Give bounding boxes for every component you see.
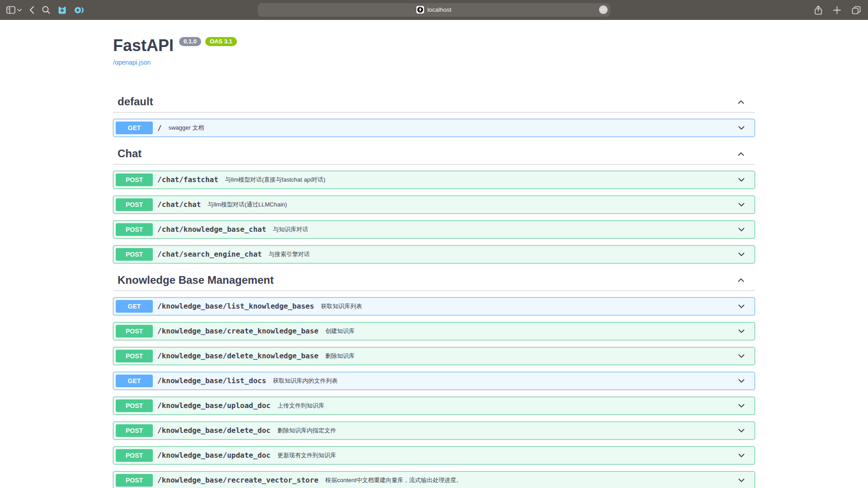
chevron-down-icon xyxy=(17,9,22,12)
collapse-section-button[interactable] xyxy=(736,275,746,285)
lightning-bolt-icon xyxy=(418,7,422,12)
endpoint-row[interactable]: GET /knowledge_base/list_knowledge_bases… xyxy=(113,297,755,315)
api-tag-section: Chat POST /chat/fastchat 与llm模型对话(直接与fas… xyxy=(113,144,755,263)
search-icon xyxy=(42,6,50,14)
endpoint-summary[interactable]: GET /knowledge_base/list_docs 获取知识库内的文件列… xyxy=(113,372,755,389)
endpoint-summary[interactable]: POST /knowledge_base/upload_doc 上传文件到知识库 xyxy=(113,397,755,414)
endpoint-summary[interactable]: POST /knowledge_base/update_doc 更新现有文件到知… xyxy=(113,447,755,464)
toolbar-left-group xyxy=(6,0,84,20)
endpoint-summary[interactable]: POST /knowledge_base/create_knowledge_ba… xyxy=(113,323,755,340)
endpoint-summary[interactable]: POST /chat/fastchat 与llm模型对话(直接与fastchat… xyxy=(113,171,755,188)
endpoint-path: /knowledge_base/update_doc xyxy=(157,451,270,460)
expand-endpoint-button[interactable] xyxy=(736,326,746,336)
expand-endpoint-button[interactable] xyxy=(736,376,746,386)
chevron-up-icon xyxy=(736,275,746,285)
search-button[interactable] xyxy=(42,6,50,14)
expand-endpoint-button[interactable] xyxy=(736,200,746,210)
endpoint-path: /knowledge_base/recreate_vector_store xyxy=(157,476,318,484)
endpoint-description: 与知识库对话 xyxy=(273,225,308,234)
endpoint-row[interactable]: POST /knowledge_base/upload_doc 上传文件到知识库 xyxy=(113,397,755,415)
endpoint-summary[interactable]: GET / swagger 文档 xyxy=(113,119,755,136)
chevron-down-icon xyxy=(736,475,746,485)
collapse-section-button[interactable] xyxy=(736,149,746,159)
collapse-section-button[interactable] xyxy=(736,97,746,107)
endpoint-description: 更新现有文件到知识库 xyxy=(277,451,336,460)
endpoint-summary[interactable]: POST /chat/search_engine_chat 与搜索引擎对话 xyxy=(113,246,755,263)
url-text: localhost xyxy=(427,6,451,13)
endpoint-row[interactable]: POST /knowledge_base/delete_knowledge_ba… xyxy=(113,347,755,365)
section-header[interactable]: Chat xyxy=(113,144,755,164)
endpoint-description: 删除知识库 xyxy=(325,352,354,360)
method-badge: POST xyxy=(116,399,153,412)
chevron-down-icon xyxy=(736,249,746,259)
endpoint-path: /knowledge_base/create_knowledge_base xyxy=(157,327,318,335)
share-button[interactable] xyxy=(814,5,822,15)
endpoint-row[interactable]: POST /knowledge_base/delete_doc 删除知识库内指定… xyxy=(113,422,755,440)
endpoint-row[interactable]: POST /knowledge_base/create_knowledge_ba… xyxy=(113,322,755,340)
expand-endpoint-button[interactable] xyxy=(736,401,746,411)
endpoint-row[interactable]: POST /chat/chat 与llm模型对话(通过LLMChain) xyxy=(113,196,755,214)
expand-endpoint-button[interactable] xyxy=(736,175,746,185)
method-badge: POST xyxy=(116,248,153,261)
endpoint-row[interactable]: POST /chat/knowledge_base_chat 与知识库对话 xyxy=(113,221,755,239)
chevron-down-icon xyxy=(736,301,746,311)
endpoint-summary[interactable]: POST /knowledge_base/recreate_vector_sto… xyxy=(113,472,755,488)
endpoint-description: swagger 文档 xyxy=(169,124,204,132)
section-header[interactable]: default xyxy=(113,92,755,113)
plus-icon xyxy=(833,6,841,14)
chevron-down-icon xyxy=(736,351,746,361)
section-operations: GET / swagger 文档 xyxy=(113,119,755,137)
expand-endpoint-button[interactable] xyxy=(736,123,746,133)
openapi-spec-link[interactable]: /openapi.json xyxy=(113,59,151,66)
extension-focus-button[interactable] xyxy=(74,6,84,14)
endpoint-summary[interactable]: GET /knowledge_base/list_knowledge_bases… xyxy=(113,298,755,315)
tab-overview-button[interactable] xyxy=(852,6,861,14)
expand-endpoint-button[interactable] xyxy=(736,475,746,485)
chevron-up-icon xyxy=(736,149,746,159)
method-badge: GET xyxy=(116,122,153,134)
method-badge: POST xyxy=(116,424,153,437)
expand-endpoint-button[interactable] xyxy=(736,450,746,460)
expand-endpoint-button[interactable] xyxy=(736,225,746,235)
page-settings-button[interactable] xyxy=(599,5,608,14)
oas-badge: OAS 3.1 xyxy=(205,37,237,46)
expand-endpoint-button[interactable] xyxy=(736,301,746,311)
endpoint-path: /knowledge_base/list_knowledge_bases xyxy=(157,302,314,310)
endpoint-row[interactable]: POST /chat/search_engine_chat 与搜索引擎对话 xyxy=(113,245,755,263)
endpoint-row[interactable]: POST /knowledge_base/recreate_vector_sto… xyxy=(113,471,755,488)
badge-group: 0.1.0 OAS 3.1 xyxy=(179,37,237,46)
chevron-down-icon xyxy=(736,175,746,185)
endpoint-description: 与llm模型对话(通过LLMChain) xyxy=(208,201,287,209)
api-info: FastAPI 0.1.0 OAS 3.1 /openapi.json xyxy=(113,20,755,66)
endpoint-summary[interactable]: POST /knowledge_base/delete_knowledge_ba… xyxy=(113,347,755,365)
tab-overview-icon xyxy=(852,6,861,14)
section-header[interactable]: Knowledge Base Management xyxy=(113,270,755,291)
endpoint-path: /chat/knowledge_base_chat xyxy=(157,225,266,234)
endpoint-row[interactable]: POST /knowledge_base/update_doc 更新现有文件到知… xyxy=(113,446,755,465)
endpoint-description: 与搜索引擎对话 xyxy=(269,250,310,258)
ellipsis-icon xyxy=(601,9,602,10)
extension-badge-button[interactable] xyxy=(58,6,66,14)
endpoint-summary[interactable]: POST /knowledge_base/delete_doc 删除知识库内指定… xyxy=(113,422,755,439)
endpoint-description: 获取知识库内的文件列表 xyxy=(273,377,338,385)
endpoint-summary[interactable]: POST /chat/knowledge_base_chat 与知识库对话 xyxy=(113,221,755,238)
new-tab-button[interactable] xyxy=(833,6,841,14)
expand-endpoint-button[interactable] xyxy=(736,249,746,259)
address-bar[interactable]: localhost xyxy=(258,3,610,17)
chevron-down-icon xyxy=(736,426,746,436)
sidebar-icon xyxy=(6,6,15,14)
expand-endpoint-button[interactable] xyxy=(736,426,746,436)
endpoint-row[interactable]: POST /chat/fastchat 与llm模型对话(直接与fastchat… xyxy=(113,171,755,189)
api-tag-section: default GET / swagger 文档 xyxy=(113,92,755,137)
share-icon xyxy=(814,5,822,15)
api-tag-section: Knowledge Base Management GET /knowledge… xyxy=(113,270,755,488)
endpoint-row[interactable]: GET / swagger 文档 xyxy=(113,119,755,137)
endpoint-summary[interactable]: POST /chat/chat 与llm模型对话(通过LLMChain) xyxy=(113,196,755,213)
endpoint-path: / xyxy=(157,124,162,132)
sidebar-toggle-button[interactable] xyxy=(6,6,22,14)
api-title: FastAPI xyxy=(113,36,174,55)
endpoint-row[interactable]: GET /knowledge_base/list_docs 获取知识库内的文件列… xyxy=(113,372,755,390)
back-button[interactable] xyxy=(29,6,34,14)
method-badge: POST xyxy=(116,350,153,362)
expand-endpoint-button[interactable] xyxy=(736,351,746,361)
